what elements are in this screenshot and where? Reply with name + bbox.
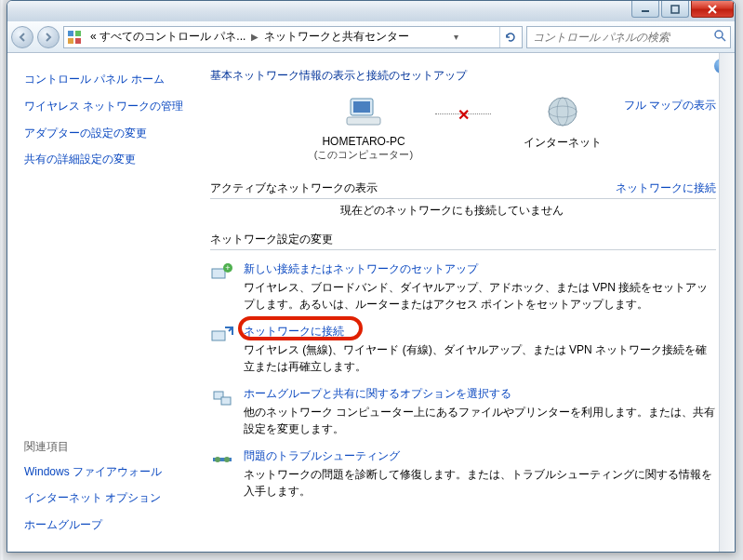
main-pane: ? 基本ネットワーク情報の表示と接続のセットアップ フル マップの表示 HOME… [203,53,735,552]
option-link[interactable]: ネットワークに接続 [244,324,344,340]
node-computer-label: HOMETARO-PC [303,135,424,148]
titlebar [7,1,735,21]
option-desc: ワイヤレス、ブロードバンド、ダイヤルアップ、アドホック、または VPN 接続をセ… [244,279,716,313]
scrollbar[interactable] [719,53,735,552]
svg-rect-10 [347,117,380,125]
search-input[interactable] [531,30,713,45]
node-internet-label: インターネット [502,135,623,151]
option-link[interactable]: ホームグループと共有に関するオプションを選択する [244,386,511,402]
globe-icon [546,118,579,131]
option-homegroup: ホームグループと共有に関するオプションを選択する 他のネットワーク コンピュータ… [210,386,716,437]
node-computer-sub: (このコンピューター) [303,148,424,162]
svg-point-6 [715,31,723,38]
disconnected-icon: ✕ [458,106,470,124]
option-desc: ワイヤレス (無線)、ワイヤード (有線)、ダイヤルアップ、または VPN ネッ… [244,341,716,375]
option-connect: ネットワークに接続 ワイヤレス (無線)、ワイヤード (有線)、ダイヤルアップ、… [210,324,716,375]
svg-point-21 [215,457,220,462]
svg-rect-1 [671,6,679,13]
svg-rect-9 [353,101,370,113]
svg-rect-3 [75,31,81,36]
homegroup-icon [210,386,234,410]
option-desc: 他のネットワーク コンピューター上にあるファイルやプリンターを利用します。または… [244,404,716,437]
minimize-button[interactable] [631,1,659,18]
no-connection-text: 現在どのネットワークにも接続していません [340,203,716,219]
connection-line: ✕ [435,113,491,114]
svg-point-11 [549,98,577,126]
svg-rect-5 [75,38,81,44]
svg-text:+: + [225,263,230,273]
sidebar-link-homegroup[interactable]: ホームグループ [24,517,195,533]
close-button[interactable] [691,1,734,18]
forward-button[interactable] [37,26,60,48]
sidebar-link-firewall[interactable]: Windows ファイアウォール [24,464,195,480]
svg-rect-14 [212,269,225,278]
section-title: ネットワーク設定の変更 [210,232,333,247]
search-icon[interactable] [713,29,726,45]
sidebar-link-sharing[interactable]: 共有の詳細設定の変更 [24,152,195,167]
sidebar-related-header: 関連項目 [24,439,195,455]
searchbox[interactable] [526,26,731,48]
window: « すべてのコントロール パネ... ▶ ネットワークと共有センター ▾ コント… [7,0,736,553]
breadcrumb-item[interactable]: « すべてのコントロール パネ... [86,29,249,45]
connect-network-icon [210,324,234,348]
chevron-right-icon[interactable]: ▶ [249,32,260,42]
navbar: « すべてのコントロール パネ... ▶ ネットワークと共有センター ▾ [7,21,735,53]
svg-rect-0 [642,10,649,12]
connect-network-link[interactable]: ネットワークに接続 [616,180,716,196]
svg-line-7 [722,37,725,41]
refresh-button[interactable] [499,27,520,47]
back-button[interactable] [11,26,33,48]
sidebar-link-adapter[interactable]: アダプターの設定の変更 [24,126,195,141]
setup-connection-icon: + [210,261,234,286]
option-troubleshoot: 問題のトラブルシューティング ネットワークの問題を診断して修復します。または、ト… [210,448,716,500]
active-networks-section: アクティブなネットワークの表示 ネットワークに接続 [210,180,716,199]
troubleshoot-icon [210,448,234,473]
svg-point-22 [224,457,230,462]
page-heading: 基本ネットワーク情報の表示と接続のセットアップ [210,68,716,84]
sidebar-link-inetopt[interactable]: インターネット オプション [24,490,195,506]
svg-rect-17 [212,331,225,340]
network-settings-section: ネットワーク設定の変更 [210,232,716,250]
addressbar[interactable]: « すべてのコントロール パネ... ▶ ネットワークと共有センター ▾ [63,26,523,48]
svg-rect-19 [221,397,231,405]
sidebar-link-wireless[interactable]: ワイヤレス ネットワークの管理 [24,99,195,114]
network-map: HOMETARO-PC (このコンピューター) ✕ インターネット [210,95,716,162]
network-center-icon [66,29,83,46]
chevron-down-icon[interactable]: ▾ [452,32,460,42]
option-setup-new: + 新しい接続またはネットワークのセットアップ ワイヤレス、ブロードバンド、ダイ… [210,261,716,313]
section-title: アクティブなネットワークの表示 [210,180,378,196]
sidebar: コントロール パネル ホーム ワイヤレス ネットワークの管理 アダプターの設定の… [7,53,203,552]
option-link[interactable]: 新しい接続またはネットワークのセットアップ [244,261,478,277]
sidebar-home-link[interactable]: コントロール パネル ホーム [24,72,195,87]
breadcrumb-item[interactable]: ネットワークと共有センター [260,29,413,45]
svg-rect-2 [68,31,73,36]
computer-icon [345,118,382,131]
maximize-button[interactable] [661,1,689,18]
option-link[interactable]: 問題のトラブルシューティング [244,448,400,464]
svg-rect-4 [68,38,73,44]
option-desc: ネットワークの問題を診断して修復します。または、トラブルシューティングに関する情… [244,466,716,500]
